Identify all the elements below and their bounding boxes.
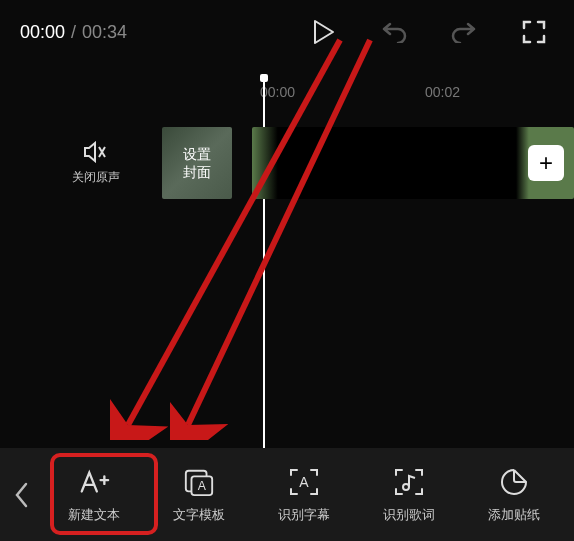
- time-separator: /: [71, 22, 76, 43]
- cover-label: 设置 封面: [183, 145, 211, 181]
- top-controls: [310, 18, 554, 46]
- tool-text-template[interactable]: A 文字模板: [147, 466, 252, 524]
- top-bar: 00:00 / 00:34: [0, 0, 574, 64]
- sticker-icon: [498, 466, 530, 498]
- time-mark: 00:00: [260, 84, 295, 100]
- mute-button[interactable]: 关闭原声: [60, 141, 132, 186]
- tool-label: 新建文本: [68, 506, 120, 524]
- time-mark: 00:02: [425, 84, 460, 100]
- svg-text:A: A: [299, 474, 309, 490]
- mute-label: 关闭原声: [72, 169, 120, 186]
- timeline-area: 00:00 00:02 关闭原声 设置 封面 +: [0, 64, 574, 202]
- tool-label: 识别字幕: [278, 506, 330, 524]
- tool-add-sticker[interactable]: 添加贴纸: [461, 466, 566, 524]
- tool-label: 识别歌词: [383, 506, 435, 524]
- mute-icon: [83, 141, 109, 163]
- undo-button[interactable]: [380, 18, 408, 46]
- time-current: 00:00: [20, 22, 65, 43]
- tool-new-text[interactable]: 新建文本: [42, 466, 147, 524]
- bottom-toolbar: 新建文本 A 文字模板 A 识别字幕 识别歌词 添加贴纸: [0, 448, 574, 541]
- text-template-icon: A: [183, 466, 215, 498]
- time-total: 00:34: [82, 22, 127, 43]
- tool-label: 文字模板: [173, 506, 225, 524]
- svg-text:A: A: [198, 479, 207, 493]
- track-row: 关闭原声 设置 封面 +: [0, 124, 574, 202]
- new-text-icon: [78, 466, 110, 498]
- time-marks: 00:00 00:02: [0, 84, 574, 100]
- redo-button[interactable]: [450, 18, 478, 46]
- recognize-lyrics-icon: [393, 466, 425, 498]
- fullscreen-button[interactable]: [520, 18, 548, 46]
- video-clip[interactable]: +: [252, 127, 574, 199]
- tool-label: 添加贴纸: [488, 506, 540, 524]
- cover-thumbnail[interactable]: 设置 封面: [162, 127, 232, 199]
- tool-recognize-subtitle[interactable]: A 识别字幕: [252, 466, 357, 524]
- back-button[interactable]: [0, 448, 42, 541]
- play-button[interactable]: [310, 18, 338, 46]
- add-clip-button[interactable]: +: [528, 145, 564, 181]
- plus-icon: +: [539, 149, 553, 177]
- recognize-subtitle-icon: A: [288, 466, 320, 498]
- tool-recognize-lyrics[interactable]: 识别歌词: [356, 466, 461, 524]
